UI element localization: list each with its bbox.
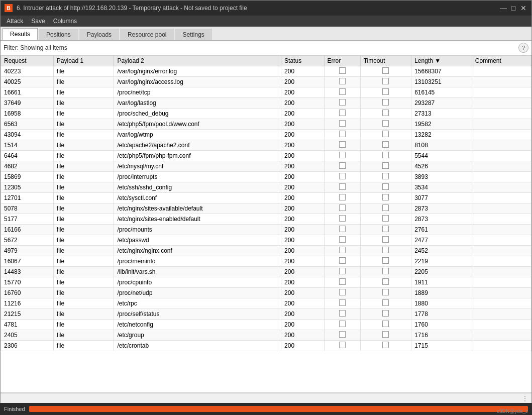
checkbox[interactable]	[339, 120, 346, 127]
checkbox[interactable]	[339, 278, 346, 285]
checkbox[interactable]	[382, 120, 389, 127]
checkbox[interactable]	[339, 215, 346, 222]
checkbox[interactable]	[339, 67, 346, 74]
table-row[interactable]: 6563file/etc/php5/fpm/pool.d/www.conf200…	[1, 119, 531, 130]
table-row[interactable]: 40223file/var/log/nginx/error.log2001566…	[1, 66, 531, 77]
checkbox[interactable]	[382, 278, 389, 285]
menu-attack[interactable]: Attack	[3, 17, 27, 26]
menu-save[interactable]: Save	[27, 17, 49, 26]
table-row[interactable]: 4781file/etc/netconfig2001760	[1, 320, 531, 330]
checkbox[interactable]	[339, 194, 346, 200]
checkbox[interactable]	[339, 257, 346, 264]
checkbox[interactable]	[382, 236, 389, 243]
checkbox[interactable]	[382, 99, 389, 106]
checkbox[interactable]	[339, 131, 346, 137]
checkbox[interactable]	[382, 299, 389, 306]
table-row[interactable]: 16760file/proc/net/udp2001889	[1, 288, 531, 298]
tab-positions[interactable]: Positions	[39, 29, 78, 40]
checkbox[interactable]	[382, 247, 389, 253]
checkbox[interactable]	[339, 110, 346, 116]
table-row[interactable]: 4979file/etc/nginx/nginx.conf2002452	[1, 246, 531, 256]
col-status[interactable]: Status	[281, 56, 324, 66]
checkbox[interactable]	[339, 226, 346, 232]
results-table-container[interactable]: Request Payload 1 Payload 2 Status Error…	[1, 55, 531, 393]
checkbox[interactable]	[382, 289, 389, 295]
checkbox[interactable]	[339, 289, 346, 295]
checkbox[interactable]	[339, 342, 346, 348]
minimize-button[interactable]: —	[499, 4, 507, 12]
tab-payloads[interactable]: Payloads	[79, 29, 119, 40]
checkbox[interactable]	[339, 310, 346, 317]
table-row[interactable]: 14483file/lib/init/vars.sh2002205	[1, 267, 531, 277]
menu-columns[interactable]: Columns	[49, 17, 81, 26]
table-row[interactable]: 5672file/etc/passwd2002477	[1, 235, 531, 246]
checkbox[interactable]	[382, 204, 389, 211]
checkbox[interactable]	[382, 331, 389, 338]
checkbox[interactable]	[382, 162, 389, 169]
checkbox[interactable]	[339, 331, 346, 338]
checkbox[interactable]	[382, 310, 389, 317]
checkbox[interactable]	[339, 162, 346, 169]
checkbox[interactable]	[339, 141, 346, 148]
table-row[interactable]: 40025file/var/log/nginx/access.log200131…	[1, 77, 531, 87]
checkbox[interactable]	[382, 321, 389, 327]
checkbox[interactable]	[339, 99, 346, 106]
maximize-button[interactable]: □	[509, 4, 517, 12]
checkbox[interactable]	[382, 152, 389, 158]
checkbox[interactable]	[339, 247, 346, 253]
checkbox[interactable]	[382, 141, 389, 148]
table-row[interactable]: 5177file/etc/nginx/sites-enabled/default…	[1, 214, 531, 225]
checkbox[interactable]	[382, 110, 389, 116]
table-row[interactable]: 1514file/etc/apache2/apache2.conf2008108	[1, 140, 531, 151]
col-comment[interactable]: Comment	[472, 56, 531, 66]
col-error[interactable]: Error	[324, 56, 360, 66]
checkbox[interactable]	[382, 88, 389, 95]
table-row[interactable]: 15770file/proc/cpuinfo2001911	[1, 277, 531, 288]
resize-handle[interactable]: ⋮	[521, 394, 528, 402]
table-row[interactable]: 2306file/etc/crontab2001715	[1, 341, 531, 351]
checkbox[interactable]	[382, 78, 389, 84]
table-row[interactable]: 12701file/etc/sysctl.conf2003077	[1, 193, 531, 203]
table-row[interactable]: 4682file/etc/mysql/my.cnf2004526	[1, 161, 531, 172]
checkbox[interactable]	[339, 321, 346, 327]
table-row[interactable]: 12305file/etc/ssh/sshd_config2003534	[1, 182, 531, 193]
filter-input[interactable]	[4, 44, 516, 51]
col-request[interactable]: Request	[1, 56, 54, 66]
checkbox[interactable]	[382, 215, 389, 222]
col-length[interactable]: Length ▼	[411, 56, 472, 66]
table-row[interactable]: 6464file/etc/php5/fpm/php-fpm.conf200554…	[1, 151, 531, 161]
col-timeout[interactable]: Timeout	[360, 56, 411, 66]
checkbox[interactable]	[339, 152, 346, 158]
table-row[interactable]: 11216file/etc/rpc2001880	[1, 298, 531, 309]
table-row[interactable]: 21215file/proc/self/status2001778	[1, 309, 531, 320]
col-payload2[interactable]: Payload 2	[114, 56, 281, 66]
checkbox[interactable]	[339, 236, 346, 243]
checkbox[interactable]	[339, 204, 346, 211]
table-row[interactable]: 5078file/etc/nginx/sites-available/defau…	[1, 203, 531, 214]
checkbox[interactable]	[382, 257, 389, 264]
table-row[interactable]: 16067file/proc/meminfo2002219	[1, 256, 531, 267]
checkbox[interactable]	[382, 173, 389, 179]
table-row[interactable]: 2405file/etc/group2001716	[1, 330, 531, 341]
checkbox[interactable]	[382, 226, 389, 232]
checkbox[interactable]	[339, 299, 346, 306]
table-row[interactable]: 43094file/var/log/wtmp20013282	[1, 130, 531, 140]
checkbox[interactable]	[339, 268, 346, 274]
help-button[interactable]: ?	[518, 43, 528, 53]
checkbox[interactable]	[339, 173, 346, 179]
tab-results[interactable]: Results	[3, 28, 38, 40]
tab-resource-pool[interactable]: Resource pool	[120, 29, 174, 40]
checkbox[interactable]	[382, 183, 389, 190]
table-row[interactable]: 16661file/proc/net/tcp200616145	[1, 87, 531, 98]
checkbox[interactable]	[382, 268, 389, 274]
checkbox[interactable]	[339, 78, 346, 84]
checkbox[interactable]	[382, 67, 389, 74]
col-payload1[interactable]: Payload 1	[53, 56, 114, 66]
table-row[interactable]: 37649file/var/log/lastlog200293287	[1, 98, 531, 109]
table-row[interactable]: 15869file/proc/interrupts2003893	[1, 172, 531, 182]
close-button[interactable]: ✕	[519, 4, 527, 12]
checkbox[interactable]	[339, 88, 346, 95]
checkbox[interactable]	[382, 131, 389, 137]
checkbox[interactable]	[382, 342, 389, 348]
table-row[interactable]: 16166file/proc/mounts2002761	[1, 225, 531, 235]
